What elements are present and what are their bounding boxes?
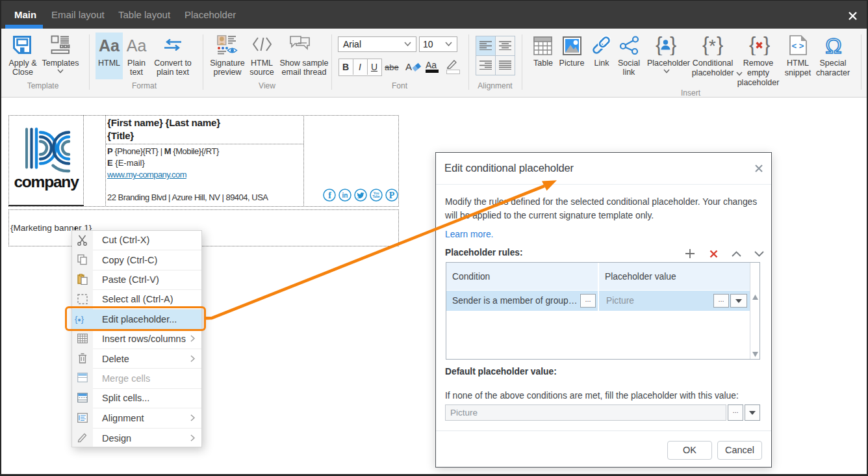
svg-text:< >: < > (792, 41, 804, 51)
svg-text:{: { (749, 35, 756, 55)
svg-text:}: } (717, 35, 723, 55)
svg-text:{: { (702, 35, 709, 55)
svg-text:}: } (763, 35, 770, 55)
svg-text:}: } (670, 35, 676, 55)
svg-text:Ω: Ω (825, 34, 841, 56)
svg-text:*: * (709, 36, 716, 55)
svg-text:{: { (656, 35, 662, 55)
